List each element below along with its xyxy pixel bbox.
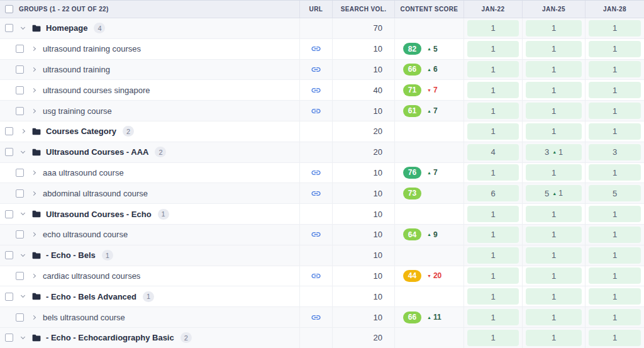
expand-chevron-icon[interactable] <box>31 274 36 278</box>
rank-cell-jan-28: 1 <box>585 266 644 286</box>
row-checkbox[interactable] <box>5 24 13 32</box>
row-checkbox[interactable] <box>16 86 24 94</box>
row-checkbox[interactable] <box>5 293 13 301</box>
content-score-pill[interactable]: 61 <box>403 105 421 117</box>
search-volume: 20 <box>332 142 394 162</box>
row-checkbox[interactable] <box>16 107 24 115</box>
row-checkbox[interactable] <box>16 65 24 74</box>
collapse-chevron-icon[interactable] <box>21 211 25 215</box>
expand-chevron-icon[interactable] <box>31 109 36 113</box>
url-link-icon[interactable] <box>311 188 321 199</box>
row-checkbox[interactable] <box>16 169 24 177</box>
group-row: - Echo - Bels110111 <box>0 245 644 266</box>
expand-chevron-icon[interactable] <box>31 171 36 175</box>
url-cell <box>299 328 332 348</box>
rank-value: 4 <box>491 147 495 157</box>
url-link-icon[interactable] <box>311 167 321 178</box>
group-main-cell: Courses Category2 <box>0 121 299 142</box>
url-link-icon[interactable] <box>311 229 321 240</box>
group-row: Homepage470111 <box>0 18 644 39</box>
content-score-pill[interactable]: 76 <box>403 167 421 179</box>
keyword-label: cardiac ultrasound courses <box>43 271 140 281</box>
keyword-main-cell: ultrasound training courses <box>0 39 299 59</box>
expand-chevron-icon[interactable] <box>31 88 36 93</box>
expand-chevron-icon[interactable] <box>31 47 36 51</box>
search-volume: 10 <box>332 163 394 183</box>
expand-chevron-icon[interactable] <box>31 232 36 237</box>
rank-cell-jan-28: 1 <box>585 80 644 100</box>
rank-cell-jan-22: 1 <box>464 328 522 348</box>
expand-chevron-icon[interactable] <box>31 191 36 196</box>
content-score-pill[interactable]: 71 <box>403 84 421 96</box>
rank-value: 1 <box>552 65 556 74</box>
row-checkbox[interactable] <box>5 251 13 259</box>
group-count-badge: 2 <box>180 332 192 343</box>
content-score-pill[interactable]: 66 <box>403 64 421 76</box>
row-checkbox[interactable] <box>5 148 13 156</box>
collapse-chevron-icon[interactable] <box>21 252 25 257</box>
url-link-icon[interactable] <box>311 106 321 116</box>
rank-cell-jan-22: 1 <box>464 307 522 327</box>
down-arrow-icon: ▼ <box>427 88 431 93</box>
url-link-icon[interactable] <box>311 312 321 323</box>
up-arrow-icon: ▲ <box>427 67 431 72</box>
rank-value: 1 <box>552 313 556 322</box>
collapse-chevron-icon[interactable] <box>21 149 25 154</box>
rank-cell-jan-28: 1 <box>585 101 644 121</box>
collapse-chevron-icon[interactable] <box>21 25 25 30</box>
row-checkbox[interactable] <box>5 127 13 135</box>
row-checkbox[interactable] <box>16 189 24 198</box>
url-cell <box>299 101 332 121</box>
url-link-icon[interactable] <box>311 43 321 54</box>
rank-value-box: 1 <box>467 206 519 222</box>
rank-value: 3 <box>545 147 549 157</box>
content-score-pill[interactable]: 64 <box>403 228 421 240</box>
expand-chevron-icon[interactable] <box>31 67 36 72</box>
keyword-main-cell: ultrasound training <box>0 60 299 80</box>
select-all-checkbox[interactable] <box>5 5 13 13</box>
expand-chevron-icon[interactable] <box>31 315 36 320</box>
rank-cell-jan-28: 1 <box>585 328 644 348</box>
rank-value-box: 1 <box>526 206 582 222</box>
folder-icon <box>32 25 41 32</box>
content-score-pill[interactable]: 82 <box>403 43 421 55</box>
collapse-chevron-icon[interactable] <box>21 293 25 298</box>
rank-cell-jan-28: 1 <box>585 307 644 327</box>
rank-value-box: 1 <box>467 288 519 305</box>
content-score-pill[interactable]: 66 <box>403 312 421 323</box>
up-arrow-icon: ▲ <box>427 109 431 113</box>
rank-cell-jan-28: 1 <box>585 121 644 142</box>
rank-cell-jan-22: 1 <box>464 163 522 183</box>
rank-value-box: 1 <box>526 164 582 181</box>
url-link-icon[interactable] <box>311 271 321 281</box>
content-score-pill[interactable]: 44 <box>403 270 421 282</box>
collapse-chevron-icon[interactable] <box>21 335 25 339</box>
url-link-icon[interactable] <box>311 85 321 96</box>
group-label: - Echo - Echocardiography Basic <box>46 333 174 342</box>
rank-value-box: 1 <box>467 267 519 284</box>
search-volume: 10 <box>332 266 394 286</box>
group-row: Ultrasound Courses - AAA22043▲13 <box>0 142 644 163</box>
rank-value: 1 <box>491 333 495 342</box>
row-checkbox[interactable] <box>5 334 13 342</box>
content-score-pill[interactable]: 73 <box>403 188 421 199</box>
url-link-icon[interactable] <box>311 64 321 75</box>
rank-cell-jan-28: 1 <box>585 18 644 38</box>
rank-value: 1 <box>613 250 617 260</box>
rank-cell-jan-22: 1 <box>464 225 522 245</box>
expand-chevron-icon[interactable] <box>21 129 25 133</box>
rank-cell-jan-22: 1 <box>464 18 522 38</box>
keyword-row: aaa ultrasound course1076▲7111 <box>0 163 644 184</box>
row-checkbox[interactable] <box>16 45 24 53</box>
rank-value: 1 <box>491 86 495 95</box>
rank-up-change: ▲7 <box>427 168 438 177</box>
row-checkbox[interactable] <box>16 230 24 239</box>
keyword-main-cell: cardiac ultrasound courses <box>0 266 299 286</box>
rank-cell-jan-28: 1 <box>585 245 644 266</box>
row-checkbox[interactable] <box>16 313 24 322</box>
row-checkbox[interactable] <box>5 210 13 218</box>
rank-cell-jan-28: 1 <box>585 163 644 183</box>
row-checkbox[interactable] <box>16 272 24 280</box>
group-main-cell: - Echo - Echocardiography Basic2 <box>0 328 299 348</box>
up-arrow-icon: ▲ <box>427 315 431 320</box>
